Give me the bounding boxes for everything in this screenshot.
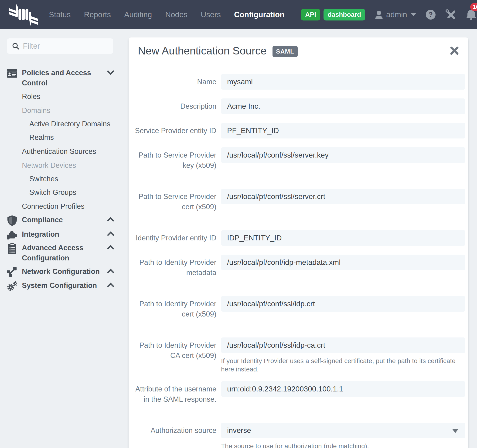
packetfence-logo-icon[interactable] [9,2,38,27]
sidebar-section-integration[interactable]: Integration [7,229,113,239]
close-icon [450,46,459,55]
panel-form: Name Description Service Provider entity… [129,64,468,448]
idp-cert-path-input[interactable] [221,296,465,312]
panel-header: New Authentication Source SAML [129,37,468,64]
chevron-down-icon [411,13,416,16]
field-label: Name [129,74,218,90]
search-icon [12,42,19,50]
form-row-idp-metadata-path: Path to Identity Provider metadata [129,255,465,278]
id-card-icon [7,68,17,78]
nav-nodes[interactable]: Nodes [165,10,187,19]
sidebar-section-system-configuration[interactable]: System Configuration [7,280,113,292]
idp-metadata-path-input[interactable] [221,255,465,270]
sidebar-heading-domains: Domains [7,105,113,116]
dashboard-badge[interactable]: dashboard [323,9,365,20]
authorization-source-select[interactable]: inverse [221,423,465,438]
idp-ca-cert-path-input[interactable] [221,337,465,353]
sidebar-item-label: Authentication Sources [22,146,96,157]
sidebar-item-label: Connection Profiles [22,201,84,212]
sidebar-item-label: Integration [22,229,59,239]
field-label: Path to Identity Provider CA cert (x509) [129,337,218,374]
user-menu[interactable]: admin [374,10,416,20]
field-label: Service Provider entity ID [129,123,218,139]
sidebar-heading-network-devices: Network Devices [7,160,113,171]
sidebar-section-network-configuration[interactable]: Network Configuration [7,267,113,277]
field-label: Path to Identity Provider metadata [129,255,218,278]
sidebar-item-switches[interactable]: Switches [7,174,113,184]
username-label: admin [386,10,407,19]
cogs-icon [7,280,17,292]
field-help-text: The source to use for authorization (rul… [221,442,465,448]
tools-icon [445,9,457,20]
sp-entity-id-input[interactable] [221,123,465,139]
field-label: Path to Service Provider key (x509) [129,147,218,171]
sidebar-item-active-directory-domains[interactable]: Active Directory Domains [7,119,113,129]
navbar-right: API dashboard admin ? [298,9,477,20]
chevron-up-icon [107,283,114,290]
tools-button[interactable] [445,9,457,20]
notifications-button[interactable]: 10 [466,9,477,20]
field-label: Attribute of the username in the SAML re… [129,381,218,404]
form-row-sp-entity-id: Service Provider entity ID [129,123,465,139]
sidebar-item-label: System Configuration [22,280,97,291]
form-row-sp-cert-path: Path to Service Provider cert (x509) [129,189,465,212]
help-button[interactable]: ? [425,9,436,20]
nav-auditing[interactable]: Auditing [124,10,152,19]
sidebar-item-label: Network Configuration [22,267,100,277]
sidebar-item-label: Switches [29,174,58,184]
field-help-text: If your Identity Provider uses a self-si… [221,357,465,374]
sidebar-section-advanced-access-configuration[interactable]: Advanced Access Configuration [7,243,113,263]
sidebar-heading-label: Domains [22,105,50,116]
sidebar-filter [7,38,113,54]
form-row-authorization-source: Authorization source inverse The source … [129,423,465,448]
saml-type-badge: SAML [273,46,298,57]
shield-icon [7,215,17,226]
sp-cert-path-input[interactable] [221,189,465,204]
chevron-up-icon [107,217,114,224]
idp-entity-id-input[interactable] [221,230,465,246]
nav-status[interactable]: Status [49,10,71,19]
sidebar-section-policies-access-control[interactable]: Policies and Access Control [7,68,113,88]
notification-count-badge: 10 [470,3,477,11]
form-row-idp-cert-path: Path to Identity Provider cert (x509) [129,296,465,319]
username-attribute-input[interactable] [221,381,465,397]
form-row-description: Description [129,99,465,114]
nav-configuration[interactable]: Configuration [234,10,284,19]
sidebar: Policies and Access Control Roles Domain… [0,29,120,448]
network-diagram-icon [7,267,17,277]
sidebar-item-authentication-sources[interactable]: Authentication Sources [7,146,113,157]
filter-input[interactable] [23,42,108,51]
description-input[interactable] [221,99,465,114]
sp-key-path-input[interactable] [221,147,465,163]
form-row-username-attribute: Attribute of the username in the SAML re… [129,381,465,404]
form-row-idp-entity-id: Identity Provider entity ID [129,230,465,246]
svg-text:?: ? [429,11,433,18]
sidebar-item-switch-groups[interactable]: Switch Groups [7,187,113,198]
form-row-sp-key-path: Path to Service Provider key (x509) [129,147,465,171]
user-icon [374,10,384,20]
api-badge[interactable]: API [301,9,320,20]
new-authentication-source-panel: New Authentication Source SAML Name Desc… [129,37,468,448]
nav-users[interactable]: Users [201,10,221,19]
form-row-idp-ca-cert-path: Path to Identity Provider CA cert (x509)… [129,337,465,374]
chevron-up-icon [107,231,114,239]
chevron-down-icon [107,68,114,75]
select-caret-icon [452,429,458,433]
sidebar-item-label: Active Directory Domains [29,119,110,129]
chevron-up-icon [107,245,114,252]
sidebar-item-label: Policies and Access Control [22,68,101,88]
close-button[interactable] [450,46,459,55]
top-navbar: Status Reports Auditing Nodes Users Conf… [0,0,477,29]
sidebar-item-label: Realms [29,132,54,143]
nav-reports[interactable]: Reports [84,10,111,19]
main-menu: Status Reports Auditing Nodes Users Conf… [49,10,298,19]
sidebar-item-connection-profiles[interactable]: Connection Profiles [7,201,113,212]
name-input[interactable] [221,74,465,90]
sidebar-item-realms[interactable]: Realms [7,132,113,143]
selected-option-label: inverse [227,426,251,435]
sidebar-item-roles[interactable]: Roles [7,92,113,102]
field-label: Path to Service Provider cert (x509) [129,189,218,212]
field-label: Path to Identity Provider cert (x509) [129,296,218,319]
sidebar-section-compliance[interactable]: Compliance [7,215,113,226]
field-label: Identity Provider entity ID [129,230,218,246]
